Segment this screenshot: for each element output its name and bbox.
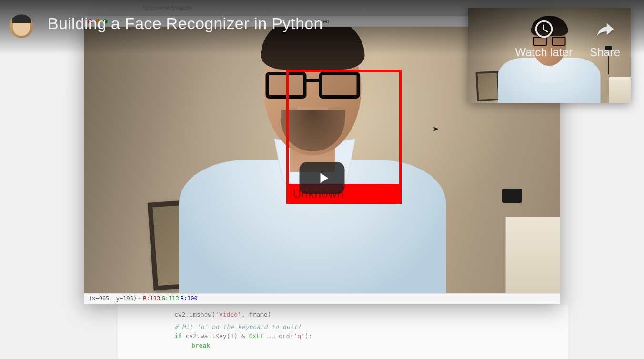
channel-avatar[interactable]: [10, 14, 33, 38]
pixel-coords: (x=965, y=195): [89, 295, 137, 303]
separator: ~: [138, 295, 141, 303]
video-title[interactable]: Building a Face Recognizer in Python: [48, 14, 515, 33]
watch-later-label: Watch later: [515, 46, 572, 59]
youtube-player: Video: [0, 0, 644, 359]
share-icon: [593, 17, 617, 41]
mouse-cursor-icon: ➤: [433, 124, 439, 133]
avatar-hair: [12, 14, 31, 23]
play-button[interactable]: [300, 162, 345, 194]
share-button[interactable]: Share: [590, 17, 620, 59]
watch-later-icon: [532, 17, 556, 41]
header-actions: Watch later Share: [515, 14, 620, 59]
pip-radiator: [609, 77, 631, 103]
g-value: G:113: [162, 295, 179, 303]
camera-prop: [502, 189, 522, 203]
opencv-statusbar: (x=965, y=195) ~ R:113 G:113 B:100: [84, 293, 560, 304]
player-header: Building a Face Recognizer in Python Wat…: [0, 0, 644, 55]
pip-picture-frame: [475, 71, 500, 101]
play-icon: [315, 170, 332, 187]
b-value: B:100: [181, 295, 198, 303]
r-value: R:113: [143, 295, 160, 303]
share-label: Share: [590, 46, 620, 59]
radiator-prop: [505, 217, 560, 293]
watch-later-button[interactable]: Watch later: [515, 17, 572, 59]
